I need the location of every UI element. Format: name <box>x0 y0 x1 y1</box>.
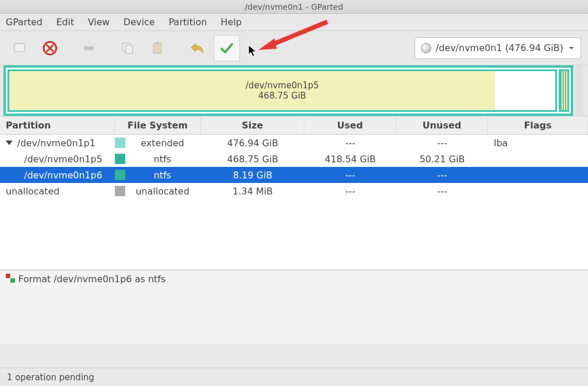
fs-swatch-icon <box>115 138 125 148</box>
flags-cell <box>488 189 588 193</box>
filesystem-cell: ntfs <box>115 168 201 182</box>
disk-segment-main[interactable]: /dev/nvme0n1p5 468.75 GiB <box>7 69 557 112</box>
col-filesystem[interactable]: File System <box>115 116 201 134</box>
used-cell: --- <box>304 184 396 198</box>
menu-view[interactable]: View <box>88 17 110 28</box>
table-row[interactable]: /dev/nvme0n1p5ntfs468.75 GiB418.54 GiB50… <box>0 151 588 167</box>
fs-swatch-icon <box>115 154 125 164</box>
flags-cell <box>488 173 588 177</box>
partition-name: /dev/nvme0n1p1 <box>0 136 115 150</box>
delete-partition-button[interactable] <box>37 35 63 61</box>
resize-move-button[interactable] <box>76 35 102 61</box>
svg-rect-0 <box>14 44 25 52</box>
undo-button[interactable] <box>184 35 210 61</box>
new-partition-button[interactable] <box>7 35 33 61</box>
table-row[interactable]: /dev/nvme0n1p6ntfs8.19 GiB------ <box>0 167 588 183</box>
pending-operation-text[interactable]: Format /dev/nvme0n1p6 as ntfs <box>18 274 165 284</box>
device-selector[interactable]: /dev/nvme0n1 (476.94 GiB) <box>415 37 581 59</box>
disk-graphic-inner[interactable]: /dev/nvme0n1p5 468.75 GiB <box>3 65 573 116</box>
filesystem-cell: ntfs <box>115 152 201 166</box>
size-cell: 468.75 GiB <box>201 152 304 166</box>
partition-name: /dev/nvme0n1p5 <box>0 152 115 166</box>
menu-edit[interactable]: Edit <box>56 17 74 28</box>
size-cell: 476.94 GiB <box>201 136 304 150</box>
format-op-icon <box>6 274 15 283</box>
used-cell: 418.54 GiB <box>304 152 396 166</box>
fs-swatch-icon <box>115 186 125 196</box>
col-flags[interactable]: Flags <box>488 116 588 134</box>
menu-partition[interactable]: Partition <box>169 17 207 28</box>
table-row[interactable]: unallocatedunallocated1.34 MiB------ <box>0 183 588 199</box>
expand-arrow-icon[interactable] <box>6 141 13 145</box>
disk-segment-small[interactable] <box>559 69 569 112</box>
svg-rect-6 <box>153 43 161 53</box>
unused-cell: --- <box>396 168 488 182</box>
disk-icon <box>421 43 431 53</box>
window-title: /dev/nvme0n1 - GParted <box>245 2 343 11</box>
partition-name: unallocated <box>0 184 115 198</box>
toolbar: /dev/nvme0n1 (476.94 GiB) <box>0 31 588 65</box>
paste-button[interactable] <box>145 35 171 61</box>
used-cell: --- <box>304 168 396 182</box>
partition-table: Partition File System Size Used Unused F… <box>0 116 588 270</box>
pending-operations-panel: Format /dev/nvme0n1p6 as ntfs <box>0 270 588 344</box>
chevron-down-icon <box>568 45 575 52</box>
col-used[interactable]: Used <box>304 116 396 134</box>
col-partition[interactable]: Partition <box>0 116 115 134</box>
size-cell: 8.19 GiB <box>201 168 304 182</box>
disk-segment-unused <box>495 71 555 110</box>
col-size[interactable]: Size <box>201 116 304 134</box>
filesystem-cell: unallocated <box>115 184 201 198</box>
table-header: Partition File System Size Used Unused F… <box>0 116 588 135</box>
copy-button[interactable] <box>115 35 141 61</box>
menu-gparted[interactable]: GParted <box>6 17 42 28</box>
partition-name: /dev/nvme0n1p6 <box>0 168 115 182</box>
table-row[interactable]: /dev/nvme0n1p1extended476.94 GiB------lb… <box>0 135 588 151</box>
statusbar: 1 operation pending <box>0 368 588 386</box>
statusbar-text: 1 operation pending <box>7 372 94 383</box>
device-selector-label: /dev/nvme0n1 (476.94 GiB) <box>436 42 563 53</box>
disk-segment-name: /dev/nvme0n1p5 <box>246 80 319 91</box>
menu-help[interactable]: Help <box>220 17 241 28</box>
filesystem-cell: extended <box>115 136 201 150</box>
flags-cell: lba <box>488 136 588 150</box>
size-cell: 1.34 MiB <box>201 184 304 198</box>
menubar: GParted Edit View Device Partition Help <box>0 14 588 31</box>
unused-cell: --- <box>396 184 488 198</box>
disk-graphic: /dev/nvme0n1p5 468.75 GiB <box>0 65 588 116</box>
apply-button[interactable] <box>214 35 240 61</box>
flags-cell <box>488 157 588 161</box>
col-unused[interactable]: Unused <box>396 116 488 134</box>
used-cell: --- <box>304 136 396 150</box>
svg-rect-7 <box>156 42 159 44</box>
window-titlebar: /dev/nvme0n1 - GParted <box>0 0 588 14</box>
menu-device[interactable]: Device <box>123 17 155 28</box>
unused-cell: 50.21 GiB <box>396 152 488 166</box>
disk-segment-size: 468.75 GiB <box>246 91 319 101</box>
fs-swatch-icon <box>115 170 125 180</box>
scrollbar[interactable] <box>575 65 583 116</box>
svg-rect-5 <box>126 45 133 53</box>
unused-cell: --- <box>396 136 488 150</box>
